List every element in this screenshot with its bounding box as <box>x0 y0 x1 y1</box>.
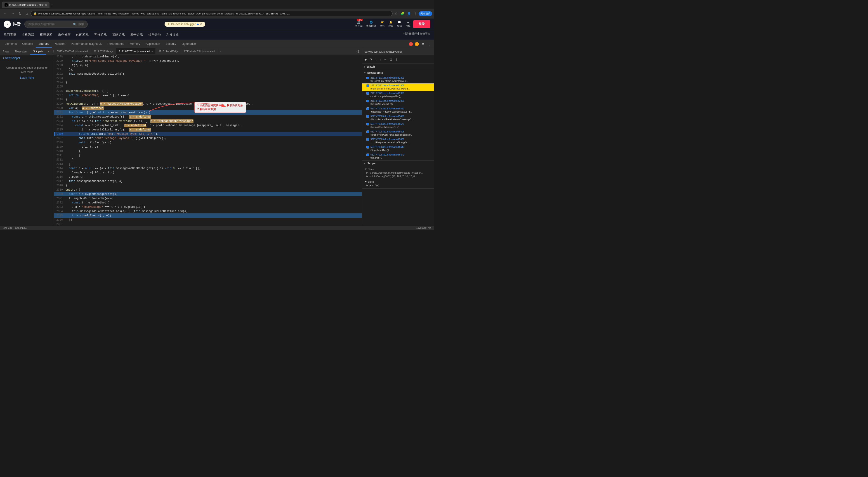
nav-board-games[interactable]: 棋牌桌游 <box>40 32 53 38</box>
code-content[interactable]: 2288 , r = o.deserializeBinary(a); 2289 … <box>54 55 362 226</box>
tab-elements[interactable]: Elements <box>2 40 20 48</box>
bp-checkbox-5492[interactable] <box>366 108 369 110</box>
step-over-btn[interactable]: ↷ <box>369 57 373 62</box>
bp-checkbox-2320[interactable] <box>366 92 369 95</box>
tab-performance-insights[interactable]: Performance insights ⚠ <box>68 40 105 48</box>
bp-checkbox-2325[interactable] <box>366 100 369 102</box>
tab-close-2111b[interactable]: × <box>151 50 153 53</box>
nav-casual-games[interactable]: 休闲游戏 <box>76 32 89 38</box>
nav-role-play[interactable]: 角色扮演 <box>58 32 70 38</box>
step-into-btn[interactable]: ↓ <box>374 57 378 62</box>
bp-checkbox-5606[interactable] <box>366 138 369 141</box>
nav-tech-culture[interactable]: 科技文化 <box>166 32 179 38</box>
search-bar[interactable]: 搜索你感兴趣的内容 🔍 搜索 <box>24 21 88 28</box>
header-partner-icon[interactable]: 🤝 合作 <box>380 21 385 28</box>
scope-header[interactable]: ▼ Scope <box>362 160 434 167</box>
scope-i-arrow[interactable]: ▶ <box>366 171 368 174</box>
code-tab-2111b[interactable]: 2111.871731ea.js:formatted × <box>116 49 156 54</box>
deactivate-btn[interactable]: ⊘ <box>389 57 393 62</box>
breakpoints-header[interactable]: ▼ Breakpoints <box>362 70 434 76</box>
nav-competitive[interactable]: 竞技游戏 <box>94 32 107 38</box>
tab-lighthouse[interactable]: Lighthouse <box>179 40 199 48</box>
settings-btn[interactable]: ⋮ <box>413 11 418 16</box>
scope-o-text: o: Uint8Array(3601) [10, 184, 7, 10, 20,… <box>370 175 417 178</box>
subtab-page[interactable]: Page <box>0 49 12 55</box>
bp-checkbox-5605[interactable] <box>366 130 369 133</box>
tab-network[interactable]: Network <box>52 40 68 48</box>
code-line-2300: 2300 var a; a = undefined <box>54 106 362 110</box>
bp-checkbox-5613[interactable] <box>366 146 369 149</box>
code-tab-9713a[interactable]: 9713.dbebd734.js <box>156 49 181 54</box>
bp-checkbox-5640[interactable] <box>366 153 369 156</box>
tab-favicon: ♪ <box>4 3 8 6</box>
extensions-btn[interactable]: 🧩 <box>400 11 405 16</box>
code-line-2314: 2314 const o = null !== (a = this.messag… <box>54 166 362 171</box>
code-line-2327: 2327 <box>54 222 362 226</box>
bookmark-btn[interactable]: ☆ <box>394 11 399 16</box>
tab-performance[interactable]: Performance <box>105 40 127 48</box>
tab-file-5527: 5527.470083e2.js:formatted <box>57 50 88 53</box>
login-btn[interactable]: 登录 <box>413 20 430 28</box>
play-icon[interactable]: ▶ <box>197 23 199 26</box>
nav-hot-live[interactable]: 热门直播 <box>4 32 16 38</box>
bp-text-5549: 5527.470083e2.js:formatted:5549 this.bin… <box>370 122 430 129</box>
search-btn[interactable]: 搜索 <box>79 22 84 26</box>
learn-more-link[interactable]: Learn more <box>20 76 34 79</box>
code-tabs-more[interactable]: » <box>218 49 223 54</box>
bp-item-5492: 5527.470083e2.js:formatted:5492 "undefin… <box>362 107 434 114</box>
code-line-2306: 2306 return this.info(`emit Message Type… <box>54 132 362 136</box>
step-out-btn[interactable]: ↑ <box>379 57 382 62</box>
profile-btn[interactable]: 👤 <box>406 11 412 16</box>
status-bar: Line 2314, Column 56 Coverage: n/a <box>0 226 434 230</box>
code-line-2319: 2319 emit(e) { <box>54 188 362 192</box>
nav-shooting[interactable]: 射击游戏 <box>130 32 143 38</box>
tab-memory[interactable]: Memory <box>127 40 143 48</box>
format-btn[interactable]: { } <box>356 49 360 54</box>
pause-exceptions-btn[interactable]: ⏸ <box>394 57 399 62</box>
watch-header[interactable]: ▶ Watch <box>362 64 434 70</box>
tab-sources[interactable]: Sources <box>36 40 52 48</box>
bookmark-web-icon: 🌐 <box>370 21 373 24</box>
header-client-icon[interactable]: NEW 💻 客户端 <box>355 21 363 28</box>
code-tab-2111a[interactable]: 2111.871731ea.js <box>91 49 116 54</box>
expand-btn[interactable]: » <box>46 49 51 55</box>
bp-checkbox-2306[interactable] <box>366 84 369 87</box>
header-notify-icon[interactable]: 🔔 通知 <box>388 21 393 28</box>
home-btn[interactable]: ⌂ <box>24 11 29 17</box>
code-tab-5527[interactable]: 5527.470083e2.js:formatted <box>54 49 91 54</box>
address-bar[interactable]: 🔒 live.douyin.com/369223145055?cover_typ… <box>31 11 393 16</box>
nav-platform-link[interactable]: 抖音直播行业自律平台 <box>403 32 430 38</box>
code-editor: 5527.470083e2.js:formatted 2111.871731ea… <box>54 49 362 226</box>
watch-arrow: ▶ <box>364 65 366 68</box>
header-message-icon[interactable]: 💬 私信 <box>397 21 402 28</box>
reload-btn[interactable]: ↻ <box>17 11 23 17</box>
header-upload-icon[interactable]: ☁ 投稿 <box>405 21 410 28</box>
settings-devtools-btn[interactable]: ⚙ <box>421 41 426 47</box>
step-btn[interactable]: → <box>383 57 388 62</box>
tab-application[interactable]: Application <box>143 40 163 48</box>
scope-o-arrow[interactable]: ▶ <box>366 175 368 178</box>
active-tab[interactable]: ♪ 屏超说艺考的抖音直播间 - 抖音 × <box>2 2 50 8</box>
bp-checkbox-5499[interactable] <box>366 115 369 118</box>
tab-console[interactable]: Console <box>20 40 36 48</box>
bp-checkbox-2301[interactable] <box>366 77 369 79</box>
subtab-filesystem[interactable]: Filesystem <box>12 49 30 55</box>
more-tools-btn[interactable]: ⋮ <box>427 41 432 47</box>
back-btn[interactable]: ← <box>2 11 8 17</box>
forward-btn[interactable]: → <box>9 11 16 17</box>
tab-close-btn[interactable]: × <box>45 3 47 7</box>
nav-entertainment[interactable]: 娱乐天地 <box>148 32 161 38</box>
code-tab-9713b[interactable]: 9713.dbebd734.js:formatted <box>181 49 218 54</box>
code-line-2299: 2299 runAllEvents(e, t) { e = "WebcastMe… <box>54 102 362 106</box>
resume-btn[interactable]: ▶ <box>364 57 368 62</box>
new-tab-btn[interactable]: + <box>50 3 55 7</box>
tab-security[interactable]: Security <box>163 40 179 48</box>
nav-strategy[interactable]: 策略游戏 <box>112 32 125 38</box>
nav-console-games[interactable]: 主机游戏 <box>22 32 34 38</box>
resume-icon[interactable]: ⟳ <box>200 23 203 26</box>
header-bookmark-icon[interactable]: 🌐 收藏网页 <box>366 21 376 28</box>
bp-checkbox-5549[interactable] <box>366 123 369 125</box>
subtab-snippets[interactable]: Snippets <box>30 49 46 55</box>
scope-a-arrow[interactable]: ▶ <box>366 184 368 187</box>
new-snippet-btn[interactable]: + New snippet <box>3 57 20 60</box>
